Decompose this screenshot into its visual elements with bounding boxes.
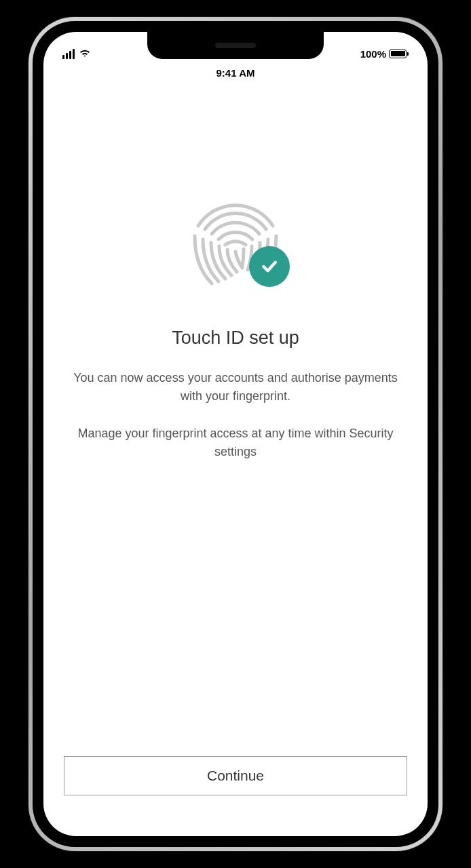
cellular-signal-icon [62, 49, 75, 59]
description-text: You can now access your accounts and aut… [64, 369, 407, 406]
page-title: Touch ID set up [64, 328, 407, 349]
checkmark-badge-icon [249, 246, 290, 287]
continue-button[interactable]: Continue [64, 756, 407, 795]
wifi-icon [79, 48, 91, 60]
button-area: Continue [43, 756, 428, 836]
status-right: 100% [360, 48, 409, 60]
status-left [62, 48, 91, 60]
phone-frame: 9:41 AM 100% [29, 17, 442, 851]
screen: 9:41 AM 100% [43, 32, 428, 836]
battery-percentage: 100% [360, 48, 386, 60]
speaker-grille [215, 43, 256, 48]
continue-button-label: Continue [207, 768, 264, 784]
battery-icon [389, 50, 409, 58]
illustration [64, 172, 407, 294]
note-text: Manage your fingerprint access at any ti… [64, 425, 407, 461]
status-time: 9:41 AM [216, 67, 255, 79]
notch [147, 32, 324, 59]
fingerprint-icon [174, 172, 297, 294]
main-content: Touch ID set up You can now access your … [43, 97, 428, 756]
phone-bezel: 9:41 AM 100% [33, 21, 438, 847]
